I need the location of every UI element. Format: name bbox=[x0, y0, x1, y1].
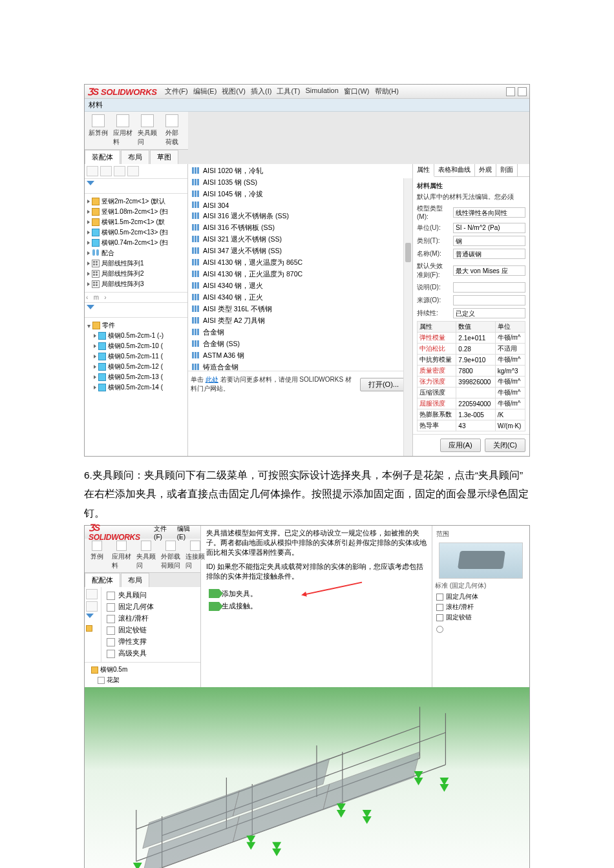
fixture-menu-item[interactable]: 固定几何体 bbox=[104, 601, 198, 613]
material-item[interactable]: 合金钢 (SS) bbox=[188, 338, 412, 350]
part-item[interactable]: 横钢0.5m-2cm-11 ( bbox=[91, 351, 187, 362]
close-button[interactable]: 关闭(C) bbox=[485, 439, 525, 452]
fixture-menu-item[interactable]: 固定铰链 bbox=[104, 625, 198, 636]
menu-file[interactable]: 文件(F) bbox=[154, 524, 173, 541]
part-item[interactable]: 横钢0.5m-2cm-13 ( bbox=[91, 372, 187, 382]
fixture-advisor-button[interactable]: 夹具顾 问 bbox=[136, 541, 156, 570]
menu-window[interactable]: 窗口(W) bbox=[344, 87, 370, 96]
standard-fixture-item[interactable]: 滚柱/滑杆 bbox=[435, 602, 527, 612]
fixture-menu-item[interactable]: 弹性支撑 bbox=[104, 636, 198, 648]
scrollbar[interactable] bbox=[403, 178, 412, 456]
menu-simulation[interactable]: Simulation bbox=[305, 87, 338, 96]
new-study-button[interactable]: 新算例 bbox=[89, 114, 108, 138]
field-model-type[interactable]: 线性弹性各向同性 bbox=[453, 207, 525, 218]
material-item[interactable]: AISI 4130 钢，正火温度为 870C bbox=[188, 269, 412, 280]
filter-icon[interactable] bbox=[87, 305, 96, 314]
tree-item[interactable]: 局部线性阵列1 bbox=[85, 258, 187, 269]
tree-tool[interactable] bbox=[86, 601, 98, 612]
material-item[interactable]: AISI 316 退火不锈钢条 (SS) bbox=[188, 211, 412, 222]
tab-layout[interactable]: 布局 bbox=[121, 150, 149, 164]
fixture-menu-item[interactable]: 夹具顾问 bbox=[104, 590, 198, 601]
tree-item[interactable]: 竖钢1.08m-2cm<1> (扫 bbox=[85, 207, 187, 217]
tab-properties[interactable]: 属性 bbox=[413, 164, 434, 177]
material-item[interactable]: 铸造合金钢 bbox=[188, 362, 412, 371]
menu-edit[interactable]: 编辑(E) bbox=[193, 87, 217, 96]
material-portal-link[interactable]: 此处 bbox=[206, 376, 218, 383]
field-failure[interactable]: 最大 von Mises 应 bbox=[453, 265, 525, 276]
material-item[interactable]: ASTM A36 钢 bbox=[188, 350, 412, 362]
apply-material-button[interactable]: 应用材 料 bbox=[113, 114, 132, 147]
fixture-menu-item[interactable]: 滚柱/滑杆 bbox=[104, 613, 198, 625]
tree-item[interactable]: 横钢1.5m-2cm<1> (默 bbox=[85, 217, 187, 227]
material-item[interactable]: AISI 类型 316L 不锈钢 bbox=[188, 304, 412, 315]
generate-contact-link[interactable]: 生成接触。 bbox=[206, 600, 427, 612]
field-unit[interactable]: SI - N/m^2 (Pa) bbox=[453, 223, 525, 233]
apply-button[interactable]: 应用(A) bbox=[440, 439, 481, 452]
load-advisor-button[interactable]: 外部载 荷顾问 bbox=[161, 541, 180, 570]
part-item[interactable]: 横钢0.5m-2cm-12 ( bbox=[91, 362, 187, 372]
material-item[interactable]: AISI 1045 钢，冷拔 bbox=[188, 189, 412, 200]
material-item[interactable]: AISI 4130 钢，退火温度为 865C bbox=[188, 257, 412, 269]
tab-assembly[interactable]: 配配体 bbox=[85, 573, 120, 587]
3d-viewport[interactable] bbox=[85, 687, 529, 868]
color-icon[interactable] bbox=[436, 626, 443, 633]
tree-item[interactable]: 横钢0.5m-2cm<13> (扫 bbox=[85, 227, 187, 238]
study-button[interactable]: 算例 bbox=[87, 541, 107, 561]
tree-item[interactable]: 局部线性阵列3 bbox=[85, 279, 187, 289]
part-item[interactable]: 横钢0.5m-2cm-10 ( bbox=[91, 341, 187, 351]
menu-tools[interactable]: 工具(T) bbox=[277, 87, 300, 96]
tree-item[interactable]: 横钢0.74m-2cm<1> (扫 bbox=[85, 238, 187, 248]
material-item[interactable]: AISI 321 退火不锈钢 (SS) bbox=[188, 234, 412, 245]
part-item[interactable]: 横钢0.5m-2cm-14 ( bbox=[91, 382, 187, 393]
field-name[interactable]: 普通碳钢 bbox=[453, 249, 525, 259]
material-item[interactable]: AISI 1035 钢 (SS) bbox=[188, 177, 412, 189]
tree-item[interactable]: 局部线性阵列2 bbox=[85, 269, 187, 279]
material-item[interactable]: AISI 1020 钢，冷轧 bbox=[188, 165, 412, 177]
tree-item[interactable]: 花架 bbox=[89, 675, 196, 685]
tree-item[interactable]: 横钢0.5m bbox=[89, 665, 196, 675]
menu-insert[interactable]: 插入(I) bbox=[251, 87, 271, 96]
tab-appearance[interactable]: 外观 bbox=[475, 164, 496, 176]
tree-tool[interactable] bbox=[127, 166, 139, 176]
fixture-menu-item[interactable]: 高级夹具 bbox=[104, 648, 198, 659]
tree-tool[interactable] bbox=[114, 166, 125, 176]
parts-node[interactable]: ▾零件 bbox=[85, 320, 187, 331]
material-item[interactable]: AISI 316 不锈钢板 (SS) bbox=[188, 222, 412, 234]
material-item[interactable]: 合金钢 bbox=[188, 327, 412, 338]
material-item[interactable]: AISI 4340 钢，正火 bbox=[188, 292, 412, 304]
tree-item[interactable]: 竖钢2m-2cm<1> (默认 bbox=[85, 196, 187, 207]
standard-fixture-item[interactable]: 固定几何体 bbox=[435, 592, 527, 602]
tree-tool[interactable] bbox=[100, 166, 112, 176]
tab-assembly[interactable]: 装配体 bbox=[85, 150, 120, 164]
tab-section[interactable]: 剖面 bbox=[496, 164, 518, 176]
menu-help[interactable]: 帮助(H) bbox=[375, 87, 399, 96]
field-source[interactable] bbox=[453, 295, 525, 305]
field-category[interactable]: 钢 bbox=[453, 236, 525, 246]
filter-icon[interactable] bbox=[86, 614, 95, 623]
title-icon[interactable] bbox=[518, 87, 527, 96]
standard-fixture-item[interactable]: 固定铰链 bbox=[435, 612, 527, 623]
external-load-button[interactable]: 外部 荷载 bbox=[162, 114, 182, 147]
open-button[interactable]: 打开(O)... bbox=[360, 378, 407, 391]
apply-mat-button[interactable]: 应用材 料 bbox=[112, 541, 131, 570]
material-item[interactable]: AISI 4340 钢，退火 bbox=[188, 280, 412, 292]
menu-view[interactable]: 视图(V) bbox=[222, 87, 246, 96]
part-item[interactable]: 横钢0.5m-2cm-1 (-) bbox=[91, 331, 187, 341]
material-item[interactable]: AISI 347 退火不锈钢 (SS) bbox=[188, 245, 412, 257]
tree-tool[interactable] bbox=[86, 589, 98, 599]
material-item[interactable]: AISI 304 bbox=[188, 200, 412, 211]
title-icon[interactable] bbox=[506, 87, 515, 96]
field-sustain[interactable]: 已定义 bbox=[453, 308, 525, 318]
scroll-thumb[interactable] bbox=[405, 243, 411, 262]
tab-layout[interactable]: 布局 bbox=[121, 573, 149, 587]
field-desc[interactable] bbox=[453, 282, 525, 293]
filter-icon[interactable] bbox=[87, 181, 96, 190]
tree-item[interactable]: 配合 bbox=[85, 248, 187, 258]
tree-tool[interactable] bbox=[87, 166, 98, 176]
add-fixture-link[interactable]: 添加夹具。 bbox=[206, 588, 427, 600]
fixture-advisor-button[interactable]: 夹具顾 问 bbox=[138, 114, 157, 147]
material-item[interactable]: AISI 类型 A2 刀具钢 bbox=[188, 315, 412, 327]
tab-tables[interactable]: 表格和曲线 bbox=[434, 164, 475, 176]
tab-sketch[interactable]: 草图 bbox=[150, 150, 178, 164]
menu-edit[interactable]: 编辑(E) bbox=[177, 524, 196, 541]
